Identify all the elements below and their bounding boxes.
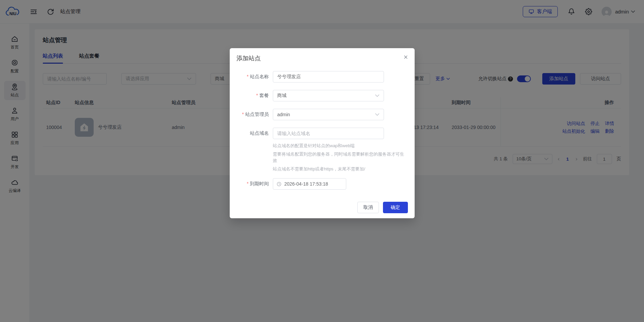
add-site-modal: 添加站点 × 站点名称 套餐 商城 站点管理员 admin 站点域名 [230, 48, 415, 218]
clock-icon [277, 182, 282, 187]
domain-helper-text: 站点域名的配置是针对站点的wap和web端 需要将域名配置到您的服务器，同时域名… [273, 142, 405, 172]
confirm-button[interactable]: 确定 [383, 202, 408, 213]
plan-field-select[interactable]: 商城 [273, 90, 384, 101]
modal-title: 添加站点 [236, 54, 261, 62]
site-name-input[interactable] [277, 74, 380, 79]
plan-field-value: 商城 [277, 93, 287, 99]
site-admin-field-value: admin [277, 112, 290, 117]
field-label-site-admin: 站点管理员 [236, 111, 269, 118]
site-name-field[interactable] [273, 71, 384, 83]
field-label-plan: 套餐 [236, 93, 269, 99]
site-admin-field-select[interactable]: admin [273, 109, 384, 120]
cancel-button[interactable]: 取消 [357, 202, 379, 213]
site-domain-input[interactable] [277, 131, 380, 136]
field-label-site-name: 站点名称 [236, 74, 269, 80]
field-label-expire-time: 到期时间 [236, 181, 269, 187]
chevron-down-icon [375, 94, 380, 98]
close-icon[interactable]: × [404, 54, 408, 60]
chevron-down-icon [375, 112, 380, 117]
site-domain-field[interactable] [273, 128, 384, 139]
expire-time-value: 2026-04-18 17:53:18 [284, 181, 328, 187]
expire-time-picker[interactable]: 2026-04-18 17:53:18 [273, 178, 346, 190]
field-label-site-domain: 站点域名 [236, 130, 269, 136]
